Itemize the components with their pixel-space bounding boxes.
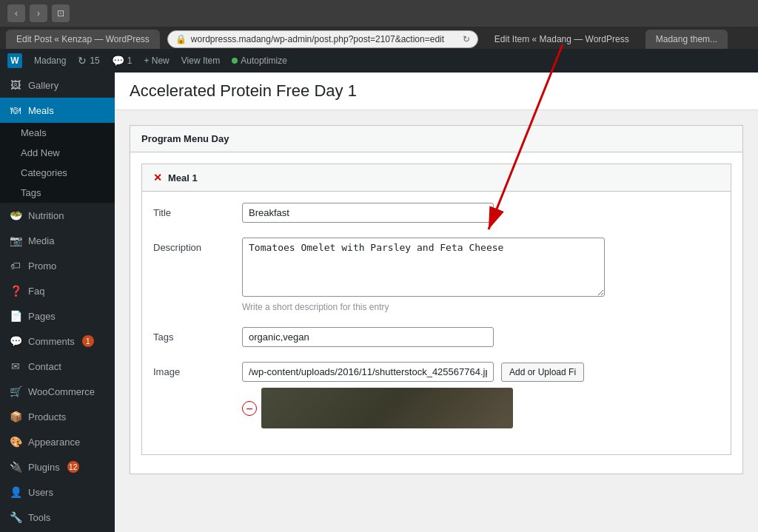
gallery-icon: 🖼 bbox=[9, 78, 22, 92]
sidebar: 🖼 Gallery 🍽 Meals Meals Add New Categori… bbox=[0, 73, 115, 532]
reload-icon[interactable]: ↻ bbox=[463, 34, 470, 44]
content-body: Program Menu Day ✕ Meal 1 bbox=[115, 110, 758, 504]
browser-tab-2[interactable]: Edit Item « Madang — WordPress bbox=[484, 31, 640, 47]
meta-box-body: ✕ Meal 1 Title bbox=[130, 152, 742, 474]
add-file-button[interactable]: Add or Upload Fi bbox=[501, 363, 584, 382]
updates-item[interactable]: ↻ 15 bbox=[78, 55, 99, 67]
meal-description-field: Description Tomatoes Omelet with Parsley… bbox=[153, 238, 720, 312]
comments-icon: 💬 bbox=[112, 55, 124, 67]
products-icon: 📦 bbox=[9, 410, 22, 423]
sidebar-item-woocommerce[interactable]: 🛒 WooCommerce bbox=[0, 379, 115, 404]
image-preview bbox=[261, 388, 513, 428]
browser-tab-bar: Edit Post « Kenzap — WordPress 🔒 wordpre… bbox=[0, 27, 758, 49]
sidebar-item-meals-main[interactable]: Meals bbox=[0, 123, 115, 143]
description-label: Description bbox=[153, 238, 242, 312]
sidebar-item-promo[interactable]: 🏷 Promo bbox=[0, 253, 115, 278]
sidebar-item-faq[interactable]: ❓ Faq bbox=[0, 278, 115, 303]
plugins-icon: 🔌 bbox=[9, 460, 22, 474]
remove-image-button[interactable]: − bbox=[242, 401, 257, 416]
meal-tags-field: Tags bbox=[153, 327, 720, 347]
plugins-count-badge: 12 bbox=[67, 461, 79, 473]
appearance-icon: 🎨 bbox=[9, 435, 22, 448]
title-input-wrapper bbox=[242, 203, 720, 223]
media-icon: 📷 bbox=[9, 234, 22, 247]
meal-header: ✕ Meal 1 bbox=[142, 164, 731, 192]
sidebar-item-contact[interactable]: ✉ Contact bbox=[0, 354, 115, 379]
contact-icon: ✉ bbox=[9, 360, 22, 373]
fullscreen-button[interactable]: ⊡ bbox=[52, 4, 70, 22]
back-button[interactable]: ‹ bbox=[7, 4, 25, 22]
program-menu-meta-box: Program Menu Day ✕ Meal 1 bbox=[130, 125, 743, 474]
updates-icon: ↻ bbox=[78, 55, 87, 67]
meal-remove-button[interactable]: ✕ bbox=[153, 172, 162, 183]
users-icon: 👤 bbox=[9, 485, 22, 499]
sidebar-item-pages[interactable]: 📄 Pages bbox=[0, 303, 115, 329]
image-path-input[interactable] bbox=[242, 362, 494, 382]
content-header bbox=[115, 73, 758, 110]
tools-icon: 🔧 bbox=[9, 511, 22, 524]
sidebar-item-add-new[interactable]: Add New bbox=[0, 143, 115, 163]
wp-logo[interactable]: W bbox=[7, 53, 22, 68]
new-item[interactable]: + New bbox=[144, 55, 169, 66]
sidebar-item-gallery[interactable]: 🖼 Gallery bbox=[0, 73, 115, 98]
image-field-row: Add or Upload Fi bbox=[242, 362, 720, 382]
sidebar-item-comments[interactable]: 💬 Comments 1 bbox=[0, 329, 115, 354]
autoptimize-dot-icon bbox=[232, 58, 238, 64]
meal-tags-input[interactable] bbox=[242, 327, 494, 347]
sidebar-item-users[interactable]: 👤 Users bbox=[0, 479, 115, 505]
comments-item[interactable]: 💬 1 bbox=[112, 55, 133, 67]
meal-body: Title Description bbox=[142, 192, 731, 454]
promo-icon: 🏷 bbox=[9, 259, 22, 272]
meal-image-field: Image Add or Upload Fi − bbox=[153, 362, 720, 428]
sidebar-item-nutrition[interactable]: 🥗 Nutrition bbox=[0, 203, 115, 228]
meal-title-input[interactable] bbox=[242, 203, 494, 223]
wp-site-logo-icon: W bbox=[7, 53, 22, 68]
site-name[interactable]: Madang bbox=[34, 55, 66, 66]
meal-title-field: Title bbox=[153, 203, 720, 223]
meals-icon: 🍽 bbox=[9, 104, 22, 117]
sidebar-item-tags[interactable]: Tags bbox=[0, 183, 115, 203]
title-label: Title bbox=[153, 203, 242, 223]
comments-nav-icon: 💬 bbox=[9, 334, 22, 348]
sidebar-item-categories[interactable]: Categories bbox=[0, 163, 115, 183]
address-bar[interactable]: 🔒 wordpresss.madang/wp-admin/post.php?po… bbox=[167, 30, 478, 48]
image-preview-row: − bbox=[242, 388, 720, 428]
comments-count-badge: 1 bbox=[82, 335, 94, 347]
tags-label: Tags bbox=[153, 327, 242, 347]
sidebar-item-appearance[interactable]: 🎨 Appearance bbox=[0, 429, 115, 454]
sidebar-item-plugins[interactable]: 🔌 Plugins 12 bbox=[0, 454, 115, 479]
sidebar-item-media[interactable]: 📷 Media bbox=[0, 228, 115, 253]
image-label: Image bbox=[153, 362, 242, 428]
browser-chrome: ‹ › ⊡ bbox=[0, 0, 758, 27]
browser-tab-1[interactable]: Edit Post « Kenzap — WordPress bbox=[6, 30, 160, 49]
browser-nav-buttons[interactable]: ‹ › ⊡ bbox=[7, 4, 70, 22]
pages-icon: 📄 bbox=[9, 309, 22, 323]
sidebar-item-meals[interactable]: 🍽 Meals bbox=[0, 98, 115, 123]
description-hint: Write a short description for this entry bbox=[242, 302, 720, 312]
woocommerce-icon: 🛒 bbox=[9, 385, 22, 398]
sidebar-submenu-meals: Meals Add New Categories Tags bbox=[0, 123, 115, 203]
description-input-wrapper: Tomatoes Omelet with Parsley and Feta Ch… bbox=[242, 238, 720, 312]
nutrition-icon: 🥗 bbox=[9, 209, 22, 222]
tags-input-wrapper bbox=[242, 327, 720, 347]
app-layout: 🖼 Gallery 🍽 Meals Meals Add New Categori… bbox=[0, 73, 758, 532]
sidebar-item-tools[interactable]: 🔧 Tools bbox=[0, 505, 115, 530]
wp-admin-bar: W Madang ↻ 15 💬 1 + New View Item Autopt… bbox=[0, 49, 758, 73]
view-item[interactable]: View Item bbox=[181, 55, 220, 66]
main-content: Program Menu Day ✕ Meal 1 bbox=[115, 73, 758, 532]
meta-box-header: Program Menu Day bbox=[130, 126, 742, 152]
post-title-input[interactable] bbox=[130, 81, 743, 101]
sidebar-item-products[interactable]: 📦 Products bbox=[0, 404, 115, 429]
autoptimize-item[interactable]: Autoptimize bbox=[232, 55, 287, 66]
faq-icon: ❓ bbox=[9, 284, 22, 297]
forward-button[interactable]: › bbox=[30, 4, 47, 22]
meal-section-1: ✕ Meal 1 Title bbox=[141, 164, 731, 455]
image-input-wrapper: Add or Upload Fi − bbox=[242, 362, 720, 428]
browser-tab-3[interactable]: Madang them... bbox=[645, 30, 728, 49]
meal-description-textarea[interactable]: Tomatoes Omelet with Parsley and Feta Ch… bbox=[242, 238, 605, 297]
